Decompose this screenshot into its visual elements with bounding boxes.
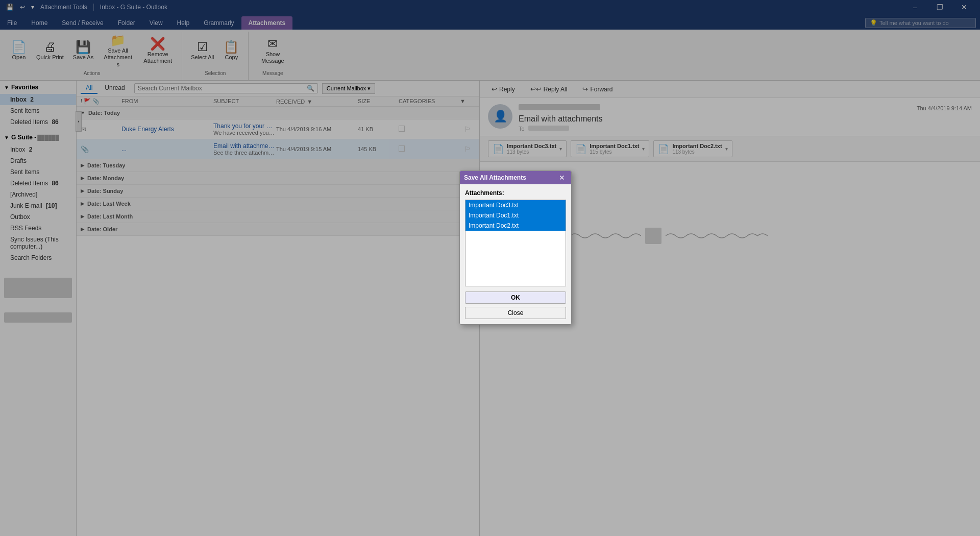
modal-list-item-3[interactable]: Important Doc2.txt	[465, 221, 566, 231]
modal-close-label-btn[interactable]: Close	[465, 307, 566, 319]
modal-list-item-2[interactable]: Important Doc1.txt	[465, 210, 566, 221]
attachments-listbox[interactable]: Important Doc3.txt Important Doc1.txt Im…	[465, 200, 566, 286]
modal-close-btn[interactable]: ✕	[557, 174, 567, 181]
modal-footer: OK Close	[465, 291, 566, 319]
attachments-label: Attachments:	[465, 189, 566, 197]
modal-ok-btn[interactable]: OK	[465, 291, 566, 304]
modal-title: Save All Attachments	[464, 174, 526, 181]
modal-titlebar: Save All Attachments ✕	[460, 171, 571, 184]
modal-body: Attachments: Important Doc3.txt Importan…	[460, 184, 571, 324]
modal-overlay: Save All Attachments ✕ Attachments: Impo…	[0, 0, 980, 536]
modal-list-item-1[interactable]: Important Doc3.txt	[465, 200, 566, 210]
save-all-dialog: Save All Attachments ✕ Attachments: Impo…	[459, 170, 572, 325]
